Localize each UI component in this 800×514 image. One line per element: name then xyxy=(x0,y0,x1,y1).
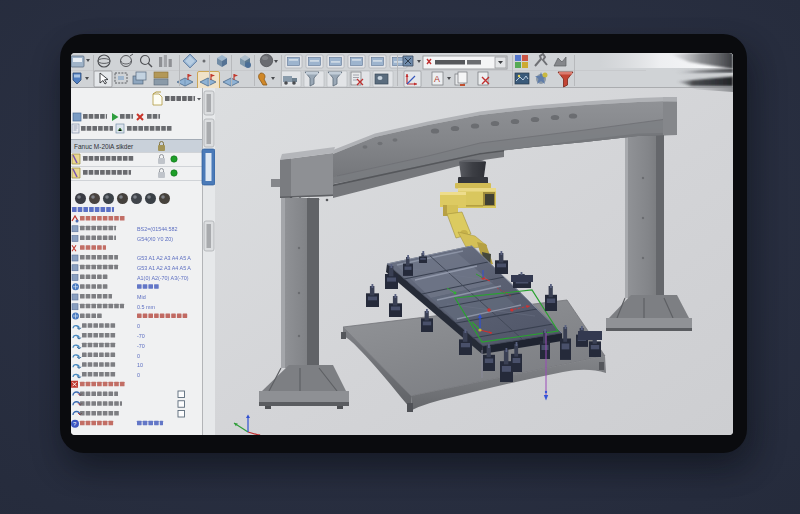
svg-text:BS2=(01544.582: BS2=(01544.582 xyxy=(137,226,178,232)
svg-text:Mid: Mid xyxy=(137,294,146,300)
svg-text:A1(0) A2(-70) A3(-70): A1(0) A2(-70) A3(-70) xyxy=(137,275,189,281)
svg-text:0: 0 xyxy=(137,372,140,378)
svg-text:G53 A1 A2 A3 A4 A5 A: G53 A1 A2 A3 A4 A5 A xyxy=(137,265,191,271)
svg-text:-70: -70 xyxy=(137,343,145,349)
svg-text:A: A xyxy=(434,74,440,84)
svg-text:0: 0 xyxy=(137,353,140,359)
svg-text:10: 10 xyxy=(137,362,143,368)
svg-text:G53 A1 A2 A3 A4 A5 A: G53 A1 A2 A3 A4 A5 A xyxy=(137,255,191,261)
svg-text:Fanuc M-20iA sikder: Fanuc M-20iA sikder xyxy=(74,143,134,150)
svg-text:-70: -70 xyxy=(137,333,145,339)
svg-text:0: 0 xyxy=(137,323,140,329)
svg-text:0.5 mm: 0.5 mm xyxy=(137,304,155,310)
svg-text:G54(X0 Y0 Z0): G54(X0 Y0 Z0) xyxy=(137,236,173,242)
